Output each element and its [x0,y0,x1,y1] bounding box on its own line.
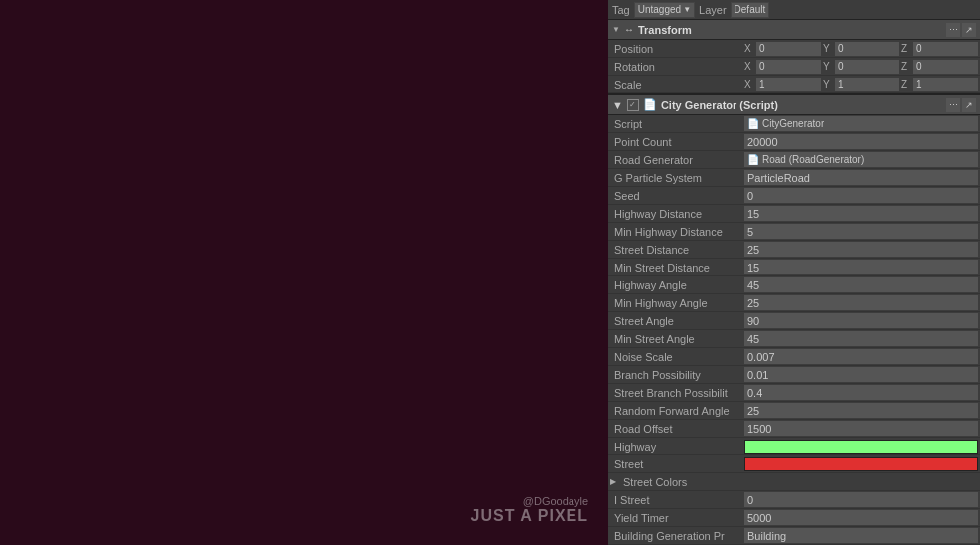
watermark-tagline: JUST A PIXEL [471,507,588,525]
layer-dropdown[interactable]: Default [731,2,770,18]
min-highway-dist-input[interactable] [744,224,978,239]
city-gen-checkbox[interactable]: ✓ [627,99,639,111]
highway-angle-input[interactable] [744,277,978,292]
transform-action-2[interactable]: ↗ [962,23,976,37]
rotation-xyz: X Y Z [744,60,978,74]
i-street-input[interactable] [744,492,978,507]
script-row: Script 📄 CityGenerator [608,115,980,133]
scale-x-label: X [744,79,754,90]
rotation-row: Rotation X Y Z [608,58,980,76]
highway-dist-input[interactable] [744,206,978,221]
yield-timer-input[interactable] [744,510,978,525]
highway-color-swatch[interactable] [744,440,978,454]
street-angle-input[interactable] [744,313,978,328]
script-label: Script [610,118,744,130]
street-branch-input[interactable] [744,385,978,400]
rotation-y-input[interactable] [835,60,899,74]
tag-dropdown[interactable]: Untagged ▼ [634,2,695,18]
building-gen-row: Building Generation Pr Building [608,527,980,545]
street-angle-row: Street Angle [608,312,980,330]
rot-y-label: Y [823,61,833,72]
street-colors-row[interactable]: ▶ Street Colors [608,473,980,491]
city-gen-actions: ⋯ ↗ [946,98,976,112]
min-street-dist-input[interactable] [744,260,978,274]
highway-angle-row: Highway Angle [608,276,980,294]
city-gen-action-2[interactable]: ↗ [962,98,976,112]
min-street-dist-label: Min Street Distance [610,262,744,273]
g-particle-row: G Particle System ParticleRoad [608,169,980,187]
street-colors-label: Street Colors [619,476,687,488]
road-gen-row: Road Generator 📄 Road (RoadGenerator) [608,151,980,169]
scale-y-label: Y [823,79,833,90]
branch-poss-label: Branch Possibility [610,369,744,381]
tag-dropdown-arrow: ▼ [683,5,691,14]
tag-layer-bar: Tag Untagged ▼ Layer Default [608,0,980,20]
street-color-swatch[interactable] [744,457,978,471]
road-gen-name: Road (RoadGenerator) [762,154,864,165]
highway-dist-row: Highway Distance [608,205,980,223]
road-offset-row: Road Offset [608,420,980,438]
rot-x-label: X [744,61,754,72]
point-count-label: Point Count [610,136,744,148]
street-color-label: Street [610,458,744,470]
street-branch-row: Street Branch Possibilit [608,384,980,402]
pos-x-label: X [744,43,754,54]
noise-scale-row: Noise Scale [608,348,980,366]
rotation-z-input[interactable] [913,60,978,74]
script-obj-name: CityGenerator [762,118,824,129]
city-gen-triangle: ▼ [612,99,623,111]
scale-label: Scale [610,79,744,91]
street-dist-input[interactable] [744,242,978,257]
city-gen-icon: 📄 [643,98,657,111]
scale-z-label: Z [901,79,911,90]
position-y-input[interactable] [835,42,899,56]
branch-poss-input[interactable] [744,367,978,382]
scale-xyz: X Y Z [744,78,978,91]
street-color-row: Street [608,455,980,473]
city-gen-action-1[interactable]: ⋯ [946,98,960,112]
pos-y-label: Y [823,43,833,54]
random-fwd-row: Random Forward Angle [608,402,980,420]
point-count-input[interactable] [744,134,978,149]
point-count-row: Point Count [608,133,980,151]
position-label: Position [610,43,744,55]
position-z-input[interactable] [913,42,978,56]
min-highway-angle-row: Min Highway Angle [608,294,980,312]
street-branch-label: Street Branch Possibilit [610,387,744,399]
i-street-row: I Street [608,491,980,509]
seed-input[interactable] [744,188,978,203]
scale-z-input[interactable] [913,78,978,91]
random-fwd-label: Random Forward Angle [610,405,744,417]
city-generator-header[interactable]: ▼ ✓ 📄 City Generator (Script) ⋯ ↗ [608,93,980,115]
transform-triangle: ▼ [612,25,620,34]
left-panel: @DGoodayle JUST A PIXEL [0,0,608,545]
g-particle-label: G Particle System [610,172,744,184]
rotation-label: Rotation [610,61,744,73]
road-offset-input[interactable] [744,421,978,436]
min-highway-dist-label: Min Highway Distance [610,226,744,238]
g-particle-value: ParticleRoad [744,170,978,185]
position-xyz: X Y Z [744,42,978,56]
min-highway-angle-input[interactable] [744,295,978,310]
transform-section-header[interactable]: ▼ ↔ Transform ⋯ ↗ [608,20,980,40]
layer-value: Default [735,4,766,15]
rotation-x-input[interactable] [756,60,821,74]
min-street-angle-input[interactable] [744,331,978,346]
right-panel: Tag Untagged ▼ Layer Default ▼ ↔ Transfo… [608,0,980,545]
transform-action-1[interactable]: ⋯ [946,23,960,37]
street-colors-triangle: ▶ [610,477,616,486]
random-fwd-input[interactable] [744,403,978,418]
min-street-dist-row: Min Street Distance [608,259,980,276]
tag-label: Tag [612,4,630,16]
pos-z-label: Z [901,43,911,54]
watermark: @DGoodayle JUST A PIXEL [471,495,588,525]
noise-scale-input[interactable] [744,349,978,364]
scale-x-input[interactable] [756,78,821,91]
highway-dist-label: Highway Distance [610,208,744,220]
road-gen-obj: 📄 Road (RoadGenerator) [744,152,978,167]
scale-y-input[interactable] [835,78,899,91]
position-x-input[interactable] [756,42,821,56]
transform-title: Transform [638,24,692,36]
layer-label: Layer [699,4,727,16]
rot-z-label: Z [901,61,911,72]
